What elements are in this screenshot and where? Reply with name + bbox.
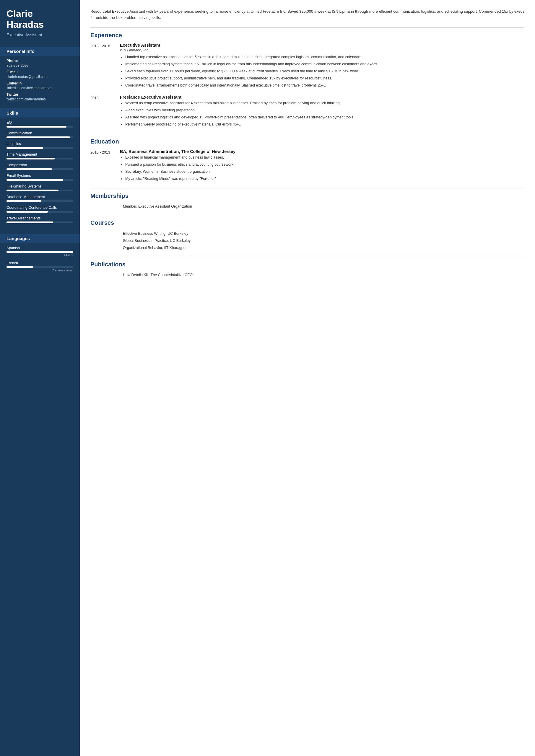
skill-name: Database Management [7, 195, 73, 199]
skill-name: Email Systems [7, 174, 73, 178]
skill-item: Communication [7, 131, 73, 138]
skill-bar-fill [7, 158, 55, 159]
language-name: Spanish [7, 246, 73, 250]
entry-date: 2013 - 2018 [90, 43, 120, 90]
skill-name: Time Management [7, 152, 73, 156]
candidate-title: Executive Assistant [7, 33, 73, 37]
sidebar: Clarie Haradas Executive Assistant Perso… [0, 0, 80, 756]
languages-list: Spanish Fluent French Conversational [7, 246, 73, 272]
skill-item: Logistics [7, 142, 73, 149]
email-value: clarieharadas@gmail.com [7, 75, 73, 79]
skills-section: Skills EQ Communication Logistics Time M… [0, 104, 80, 230]
courses-heading: Courses [90, 219, 524, 226]
skill-name: Communication [7, 131, 73, 135]
language-bar-fill [7, 251, 73, 253]
entry-title: Freelance Executive Assistant [120, 95, 524, 99]
entry-bullets: Worked as temp executive assistant for 4… [120, 100, 524, 127]
course-item: Organizational Behavior, IIT Kharagpur [123, 245, 524, 252]
bullet: Worked as temp executive assistant for 4… [125, 100, 524, 106]
skill-bar-fill [7, 200, 42, 202]
experience-heading: Experience [90, 32, 524, 39]
entry-company: ISN Lipmann, Inc. [120, 48, 524, 52]
skill-bar-bg [7, 200, 73, 202]
bullet: Excelled in financial management and bus… [125, 154, 524, 160]
personal-info-section: Personal Info Phone 862-208-2592 E-mail … [0, 42, 80, 104]
languages-section: Languages Spanish Fluent French Conversa… [0, 230, 80, 279]
entry-title: BA, Business Administration, The College… [120, 149, 524, 154]
bullet: My article, "Reading Minds" was reprinte… [125, 176, 524, 182]
skill-bar-fill [7, 190, 59, 191]
divider-publications [90, 256, 524, 257]
bullet: Implemented call-recording system that c… [125, 61, 524, 67]
divider-memberships [90, 188, 524, 188]
skill-bar-fill [7, 211, 48, 213]
language-bar-bg [7, 266, 73, 268]
course-item: Global Business in Practice, UC Berkeley [123, 237, 524, 245]
publication-item: How Details Kill, The Counterintuitive C… [90, 272, 524, 278]
skill-item: Time Management [7, 152, 73, 159]
skill-bar-bg [7, 211, 73, 213]
bullet: Provided executive project support, admi… [125, 75, 524, 81]
skill-name: EQ [7, 121, 73, 124]
divider-education [90, 134, 524, 134]
skill-item: Travel Arrangements [7, 216, 73, 223]
skill-bar-fill [7, 126, 67, 127]
phone-value: 862-208-2592 [7, 64, 73, 68]
skill-bar-bg [7, 190, 73, 191]
education-heading: Education [90, 138, 524, 145]
skill-bar-fill [7, 147, 43, 149]
skill-bar-bg [7, 158, 73, 159]
skill-item: Email Systems [7, 174, 73, 181]
skill-bar-bg [7, 136, 73, 138]
language-level: Conversational [7, 268, 73, 272]
language-item: French Conversational [7, 261, 73, 272]
bullet: Handled top executive assistant duties f… [125, 54, 524, 60]
skill-bar-fill [7, 179, 63, 181]
language-bar-bg [7, 251, 73, 253]
membership-item: Member, Executive Assistant Organization [90, 203, 524, 210]
language-bar-fill [7, 266, 33, 268]
entry-title: Executive Assistant [120, 43, 524, 47]
experience-entries: 2013 - 2018 Executive Assistant ISN Lipm… [90, 43, 524, 128]
education-entries: 2010 - 2013 BA, Business Administration,… [90, 149, 524, 183]
language-level: Fluent [7, 254, 73, 257]
skill-bar-bg [7, 222, 73, 223]
entry: 2013 - 2018 Executive Assistant ISN Lipm… [90, 43, 524, 90]
publications-heading: Publications [90, 261, 524, 268]
bullet: Pursued a passion for business ethics an… [125, 162, 524, 168]
candidate-name: Clarie Haradas [7, 8, 73, 30]
skill-name: Logistics [7, 142, 73, 146]
courses-list: Effective Business Writing, UC BerkeleyG… [90, 230, 524, 251]
phone-label: Phone [7, 59, 73, 63]
languages-heading: Languages [0, 234, 80, 243]
skill-item: File-Sharing Systems [7, 184, 73, 191]
skill-bar-bg [7, 179, 73, 181]
language-item: Spanish Fluent [7, 246, 73, 257]
bullet: Coordinated travel arrangements both dom… [125, 82, 524, 88]
entry-bullets: Handled top executive assistant duties f… [120, 54, 524, 88]
entry-date: 2013 [90, 95, 120, 128]
skill-name: Coordinating Conference Calls [7, 205, 73, 210]
main-content: Resourceful Executive Assistant with 5+ … [80, 0, 535, 756]
skills-heading: Skills [0, 108, 80, 118]
bullet: Saved each top-level exec 11 hours per w… [125, 68, 524, 74]
entry-body: BA, Business Administration, The College… [120, 149, 524, 183]
skill-item: Database Management [7, 195, 73, 202]
skill-bar-bg [7, 168, 73, 170]
skill-name: Compassion [7, 163, 73, 167]
bullet: Aided executives with meeting preparatio… [125, 107, 524, 113]
entry-body: Freelance Executive Assistant Worked as … [120, 95, 524, 128]
entry: 2013 Freelance Executive Assistant Worke… [90, 95, 524, 128]
skill-name: Travel Arrangements [7, 216, 73, 220]
skill-bar-bg [7, 147, 73, 149]
entry-bullets: Excelled in financial management and bus… [120, 154, 524, 182]
bullet: Performed weekly proofreading of executi… [125, 122, 524, 127]
entry: 2010 - 2013 BA, Business Administration,… [90, 149, 524, 183]
personal-info-heading: Personal Info [0, 47, 80, 56]
divider-courses [90, 215, 524, 215]
twitter-label: Twitter [7, 93, 73, 96]
entry-date: 2010 - 2013 [90, 149, 120, 183]
courses-list-ul: Effective Business Writing, UC BerkeleyG… [90, 230, 524, 251]
course-item: Effective Business Writing, UC Berkeley [123, 230, 524, 237]
bullet: Assisted with project logistics and deve… [125, 114, 524, 120]
